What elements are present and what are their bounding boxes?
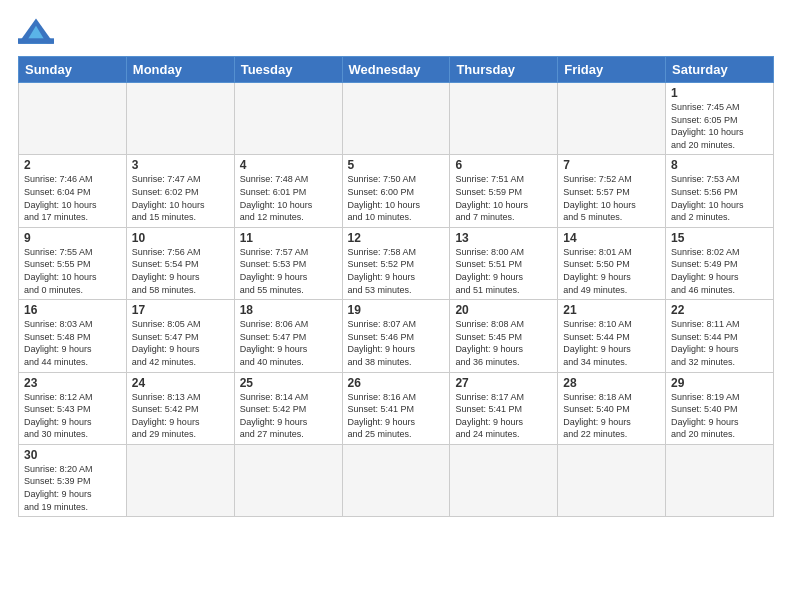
day-number: 19: [348, 303, 445, 317]
day-info: Sunrise: 8:03 AM Sunset: 5:48 PM Dayligh…: [24, 318, 121, 368]
day-info: Sunrise: 8:11 AM Sunset: 5:44 PM Dayligh…: [671, 318, 768, 368]
calendar-cell: 1Sunrise: 7:45 AM Sunset: 6:05 PM Daylig…: [666, 83, 774, 155]
calendar-cell: [342, 444, 450, 516]
calendar-cell: 28Sunrise: 8:18 AM Sunset: 5:40 PM Dayli…: [558, 372, 666, 444]
day-number: 20: [455, 303, 552, 317]
calendar-cell: 12Sunrise: 7:58 AM Sunset: 5:52 PM Dayli…: [342, 227, 450, 299]
day-info: Sunrise: 7:50 AM Sunset: 6:00 PM Dayligh…: [348, 173, 445, 223]
day-info: Sunrise: 7:51 AM Sunset: 5:59 PM Dayligh…: [455, 173, 552, 223]
day-number: 5: [348, 158, 445, 172]
calendar-cell: 18Sunrise: 8:06 AM Sunset: 5:47 PM Dayli…: [234, 300, 342, 372]
calendar-cell: 25Sunrise: 8:14 AM Sunset: 5:42 PM Dayli…: [234, 372, 342, 444]
day-info: Sunrise: 8:10 AM Sunset: 5:44 PM Dayligh…: [563, 318, 660, 368]
day-number: 16: [24, 303, 121, 317]
day-number: 9: [24, 231, 121, 245]
day-number: 6: [455, 158, 552, 172]
day-info: Sunrise: 8:18 AM Sunset: 5:40 PM Dayligh…: [563, 391, 660, 441]
day-number: 10: [132, 231, 229, 245]
day-info: Sunrise: 8:17 AM Sunset: 5:41 PM Dayligh…: [455, 391, 552, 441]
day-info: Sunrise: 8:08 AM Sunset: 5:45 PM Dayligh…: [455, 318, 552, 368]
calendar-cell: [19, 83, 127, 155]
day-number: 4: [240, 158, 337, 172]
week-row-6: 30Sunrise: 8:20 AM Sunset: 5:39 PM Dayli…: [19, 444, 774, 516]
day-info: Sunrise: 8:14 AM Sunset: 5:42 PM Dayligh…: [240, 391, 337, 441]
day-number: 26: [348, 376, 445, 390]
calendar-cell: 16Sunrise: 8:03 AM Sunset: 5:48 PM Dayli…: [19, 300, 127, 372]
day-number: 11: [240, 231, 337, 245]
day-number: 18: [240, 303, 337, 317]
day-number: 24: [132, 376, 229, 390]
day-number: 1: [671, 86, 768, 100]
calendar-cell: 23Sunrise: 8:12 AM Sunset: 5:43 PM Dayli…: [19, 372, 127, 444]
week-row-2: 2Sunrise: 7:46 AM Sunset: 6:04 PM Daylig…: [19, 155, 774, 227]
day-number: 22: [671, 303, 768, 317]
day-info: Sunrise: 7:48 AM Sunset: 6:01 PM Dayligh…: [240, 173, 337, 223]
day-number: 28: [563, 376, 660, 390]
day-number: 21: [563, 303, 660, 317]
weekday-header-row: SundayMondayTuesdayWednesdayThursdayFrid…: [19, 57, 774, 83]
day-number: 29: [671, 376, 768, 390]
weekday-header-wednesday: Wednesday: [342, 57, 450, 83]
week-row-4: 16Sunrise: 8:03 AM Sunset: 5:48 PM Dayli…: [19, 300, 774, 372]
calendar-cell: 22Sunrise: 8:11 AM Sunset: 5:44 PM Dayli…: [666, 300, 774, 372]
calendar-cell: 30Sunrise: 8:20 AM Sunset: 5:39 PM Dayli…: [19, 444, 127, 516]
calendar-cell: [450, 83, 558, 155]
calendar-cell: 17Sunrise: 8:05 AM Sunset: 5:47 PM Dayli…: [126, 300, 234, 372]
week-row-1: 1Sunrise: 7:45 AM Sunset: 6:05 PM Daylig…: [19, 83, 774, 155]
week-row-5: 23Sunrise: 8:12 AM Sunset: 5:43 PM Dayli…: [19, 372, 774, 444]
day-number: 14: [563, 231, 660, 245]
day-info: Sunrise: 8:06 AM Sunset: 5:47 PM Dayligh…: [240, 318, 337, 368]
calendar-cell: 5Sunrise: 7:50 AM Sunset: 6:00 PM Daylig…: [342, 155, 450, 227]
day-number: 25: [240, 376, 337, 390]
day-info: Sunrise: 8:12 AM Sunset: 5:43 PM Dayligh…: [24, 391, 121, 441]
calendar-cell: 3Sunrise: 7:47 AM Sunset: 6:02 PM Daylig…: [126, 155, 234, 227]
day-info: Sunrise: 8:20 AM Sunset: 5:39 PM Dayligh…: [24, 463, 121, 513]
day-info: Sunrise: 7:58 AM Sunset: 5:52 PM Dayligh…: [348, 246, 445, 296]
day-number: 7: [563, 158, 660, 172]
day-number: 23: [24, 376, 121, 390]
calendar-cell: 24Sunrise: 8:13 AM Sunset: 5:42 PM Dayli…: [126, 372, 234, 444]
calendar-cell: 13Sunrise: 8:00 AM Sunset: 5:51 PM Dayli…: [450, 227, 558, 299]
day-info: Sunrise: 8:07 AM Sunset: 5:46 PM Dayligh…: [348, 318, 445, 368]
day-number: 8: [671, 158, 768, 172]
day-info: Sunrise: 7:52 AM Sunset: 5:57 PM Dayligh…: [563, 173, 660, 223]
calendar-cell: 14Sunrise: 8:01 AM Sunset: 5:50 PM Dayli…: [558, 227, 666, 299]
calendar-cell: 21Sunrise: 8:10 AM Sunset: 5:44 PM Dayli…: [558, 300, 666, 372]
calendar-cell: 2Sunrise: 7:46 AM Sunset: 6:04 PM Daylig…: [19, 155, 127, 227]
day-number: 15: [671, 231, 768, 245]
calendar-cell: [558, 83, 666, 155]
calendar-cell: [126, 83, 234, 155]
calendar-cell: 8Sunrise: 7:53 AM Sunset: 5:56 PM Daylig…: [666, 155, 774, 227]
calendar-cell: [450, 444, 558, 516]
calendar-cell: [558, 444, 666, 516]
day-info: Sunrise: 7:45 AM Sunset: 6:05 PM Dayligh…: [671, 101, 768, 151]
day-info: Sunrise: 8:00 AM Sunset: 5:51 PM Dayligh…: [455, 246, 552, 296]
header: [18, 18, 774, 46]
logo: [18, 18, 58, 46]
calendar-cell: 9Sunrise: 7:55 AM Sunset: 5:55 PM Daylig…: [19, 227, 127, 299]
day-info: Sunrise: 8:16 AM Sunset: 5:41 PM Dayligh…: [348, 391, 445, 441]
calendar-cell: [234, 444, 342, 516]
day-number: 12: [348, 231, 445, 245]
day-number: 17: [132, 303, 229, 317]
calendar-cell: 20Sunrise: 8:08 AM Sunset: 5:45 PM Dayli…: [450, 300, 558, 372]
day-info: Sunrise: 8:13 AM Sunset: 5:42 PM Dayligh…: [132, 391, 229, 441]
general-blue-logo-icon: [18, 18, 54, 46]
calendar-cell: 29Sunrise: 8:19 AM Sunset: 5:40 PM Dayli…: [666, 372, 774, 444]
weekday-header-thursday: Thursday: [450, 57, 558, 83]
weekday-header-friday: Friday: [558, 57, 666, 83]
calendar-cell: 15Sunrise: 8:02 AM Sunset: 5:49 PM Dayli…: [666, 227, 774, 299]
calendar-cell: [234, 83, 342, 155]
day-number: 3: [132, 158, 229, 172]
calendar: SundayMondayTuesdayWednesdayThursdayFrid…: [18, 56, 774, 517]
week-row-3: 9Sunrise: 7:55 AM Sunset: 5:55 PM Daylig…: [19, 227, 774, 299]
day-info: Sunrise: 7:55 AM Sunset: 5:55 PM Dayligh…: [24, 246, 121, 296]
day-info: Sunrise: 7:47 AM Sunset: 6:02 PM Dayligh…: [132, 173, 229, 223]
day-info: Sunrise: 7:57 AM Sunset: 5:53 PM Dayligh…: [240, 246, 337, 296]
weekday-header-saturday: Saturday: [666, 57, 774, 83]
day-info: Sunrise: 7:56 AM Sunset: 5:54 PM Dayligh…: [132, 246, 229, 296]
svg-rect-2: [18, 38, 54, 43]
calendar-cell: 27Sunrise: 8:17 AM Sunset: 5:41 PM Dayli…: [450, 372, 558, 444]
day-info: Sunrise: 8:05 AM Sunset: 5:47 PM Dayligh…: [132, 318, 229, 368]
weekday-header-monday: Monday: [126, 57, 234, 83]
